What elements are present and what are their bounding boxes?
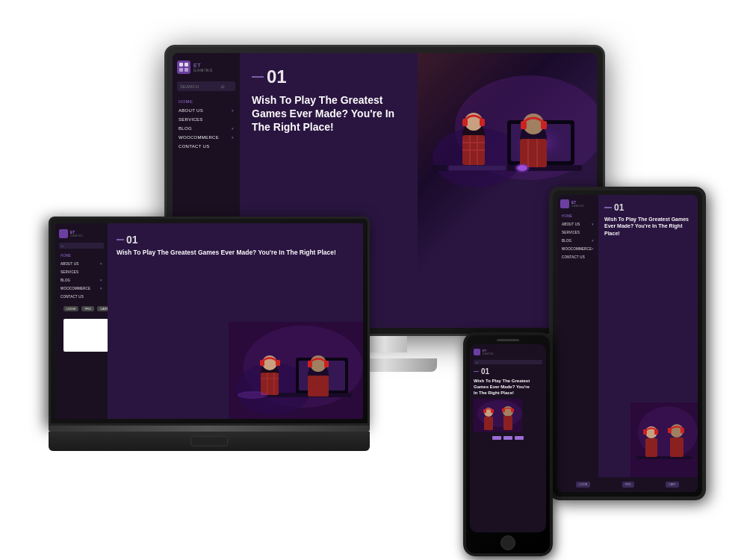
phone-screen: ET GAMING ⌕ 01 Wish To Play The Greatest… xyxy=(470,344,546,532)
monitor-hero-title: Wish To Play The Greatest Games Ever Mad… xyxy=(252,93,401,134)
sidebar-item-woocommerce[interactable]: WOOCOMMERCE ▾ xyxy=(177,133,235,142)
laptop-nav-contact[interactable]: CONTACT US xyxy=(59,293,104,300)
sidebar-item-home[interactable]: HOME xyxy=(177,97,235,106)
laptop-slide-text: 01 xyxy=(126,234,138,246)
phone-bottom-bar xyxy=(474,434,542,442)
laptop-login-btn[interactable]: LOGIN xyxy=(63,306,78,311)
tablet-nav-home[interactable]: HOME xyxy=(560,213,595,220)
phone-btn-2[interactable] xyxy=(503,436,512,440)
svg-rect-46 xyxy=(308,361,312,367)
laptop-hero-title: Wish To Play The Greatest Games Ever Mad… xyxy=(117,249,354,257)
laptop-logo-icon xyxy=(59,229,68,238)
laptop-sidebar: ET GAMING ⌕ HOME ABOUT US ▾ xyxy=(55,223,108,419)
chevron-icon-3: ▾ xyxy=(232,135,234,140)
laptop-logo: ET GAMING xyxy=(59,229,104,238)
monitor-hero: 01 Wish To Play The Greatest Games Ever … xyxy=(240,53,597,148)
tablet-bezel: ET GAMING HOME ABOUT US ▾ xyxy=(549,187,706,500)
svg-point-29 xyxy=(517,165,527,171)
svg-rect-40 xyxy=(261,373,279,395)
phone-content: ET GAMING ⌕ 01 Wish To Play The Greatest… xyxy=(470,344,546,447)
laptop-chevron-1: ▾ xyxy=(100,262,102,266)
phone-btn-3[interactable] xyxy=(515,436,524,440)
sidebar-item-blog[interactable]: BLOG ▾ xyxy=(177,124,235,133)
laptop-nav-woo[interactable]: WOOCOMMERCE ▾ xyxy=(59,285,104,292)
tablet-bottom-bar: LOGIN PRO CART xyxy=(557,477,698,492)
tablet-cart-btn[interactable]: CART xyxy=(666,482,678,488)
laptop-nav-blog[interactable]: BLOG ▾ xyxy=(59,277,104,284)
tablet-nav: HOME ABOUT US ▾ SERVICES BLOG xyxy=(560,213,595,261)
svg-rect-64 xyxy=(483,409,486,413)
tablet-slide-bar xyxy=(604,207,612,208)
laptop-base xyxy=(49,432,370,451)
svg-rect-66 xyxy=(484,417,493,430)
laptop-white-box xyxy=(63,319,108,352)
laptop-nav-home[interactable]: HOME xyxy=(59,252,104,259)
laptop-nav: HOME ABOUT US ▾ SERVICES BLOG ▾ xyxy=(59,252,104,300)
scene: ET GAMING ⌕ HOME ABOUT US ▾ xyxy=(0,0,747,560)
monitor-search[interactable]: ⌕ xyxy=(177,81,235,91)
svg-rect-65 xyxy=(491,409,494,413)
phone-search[interactable]: ⌕ xyxy=(474,360,542,364)
svg-rect-52 xyxy=(636,456,692,459)
svg-rect-48 xyxy=(308,376,329,396)
phone-brand-gaming: GAMING xyxy=(483,352,494,355)
slide-bar xyxy=(252,76,264,78)
phone-btn-1[interactable] xyxy=(492,436,501,440)
slide-num-text: 01 xyxy=(267,66,287,87)
svg-rect-47 xyxy=(324,361,329,367)
laptop-hinge xyxy=(49,426,370,432)
laptop-pro-btn[interactable]: PRO xyxy=(81,306,94,311)
phone-slide-text: 01 xyxy=(481,367,489,376)
laptop-hero: 01 Wish To Play The Greatest Games Ever … xyxy=(108,223,363,267)
svg-rect-55 xyxy=(654,429,658,435)
laptop-trackpad xyxy=(190,436,228,447)
laptop-logo-text: ET GAMING xyxy=(70,230,83,237)
monitor-logo: ET GAMING xyxy=(177,60,235,74)
svg-rect-1 xyxy=(185,63,188,66)
laptop-slide-num: 01 xyxy=(117,234,354,246)
tablet-hero-title: Wish To Play The Greatest Games Ever Mad… xyxy=(604,216,692,237)
tablet-slide-num: 01 xyxy=(604,202,692,213)
tablet-screen: ET GAMING HOME ABOUT US ▾ xyxy=(557,195,698,492)
laptop-game-image xyxy=(229,322,363,419)
laptop-lid: ET GAMING ⌕ HOME ABOUT US ▾ xyxy=(49,217,370,426)
laptop-search[interactable]: ⌕ xyxy=(59,243,104,249)
laptop-screen: ET GAMING ⌕ HOME ABOUT US ▾ xyxy=(55,223,363,419)
svg-rect-70 xyxy=(503,416,512,430)
phone-search-icon: ⌕ xyxy=(476,361,477,364)
phone-home-button[interactable] xyxy=(500,535,515,550)
tablet-game-image xyxy=(630,402,698,477)
tablet-nav-about[interactable]: ABOUT US ▾ xyxy=(560,221,595,228)
sidebar-item-about[interactable]: ABOUT US ▾ xyxy=(177,106,235,115)
laptop-nav-services[interactable]: SERVICES xyxy=(59,269,104,276)
tablet-content: ET GAMING HOME ABOUT US ▾ xyxy=(557,195,698,492)
search-icon[interactable]: ⌕ xyxy=(221,83,225,90)
slide-number: 01 xyxy=(252,66,585,87)
tablet-slide-text: 01 xyxy=(614,202,624,213)
tablet-pro-btn[interactable]: PRO xyxy=(622,482,634,488)
svg-rect-39 xyxy=(276,360,280,366)
svg-rect-27 xyxy=(449,166,506,170)
tablet-chevron-2: ▾ xyxy=(592,239,594,243)
laptop-footer-buttons: LOGIN PRO CART xyxy=(59,303,104,314)
search-input[interactable] xyxy=(180,84,221,89)
phone-slide-num: 01 xyxy=(474,367,542,376)
svg-rect-2 xyxy=(179,68,183,72)
tablet-main: 01 Wish To Play The Greatest Games Ever … xyxy=(598,195,698,492)
tablet-nav-services[interactable]: SERVICES xyxy=(560,229,595,236)
tablet-logo-icon xyxy=(560,199,569,208)
sidebar-item-services[interactable]: SERVICES xyxy=(177,115,235,124)
svg-rect-59 xyxy=(681,428,684,433)
tablet-chevron-1: ▾ xyxy=(592,223,594,226)
tablet-login-btn[interactable]: LOGIN xyxy=(576,482,590,488)
tablet-nav-blog[interactable]: BLOG ▾ xyxy=(560,237,595,244)
svg-rect-54 xyxy=(643,429,647,435)
tablet-brand-gaming: GAMING xyxy=(571,205,584,208)
tablet-nav-woo[interactable]: WOOCOMMERCE ▾ xyxy=(560,246,595,252)
laptop-main: 01 Wish To Play The Greatest Games Ever … xyxy=(108,223,363,419)
laptop-nav-about[interactable]: ABOUT US ▾ xyxy=(59,261,104,267)
svg-rect-56 xyxy=(645,438,657,457)
tablet-logo: ET GAMING xyxy=(560,199,595,208)
sidebar-item-contact[interactable]: CONTACT US xyxy=(177,142,235,151)
tablet-nav-contact[interactable]: CONTACT US xyxy=(560,254,595,261)
